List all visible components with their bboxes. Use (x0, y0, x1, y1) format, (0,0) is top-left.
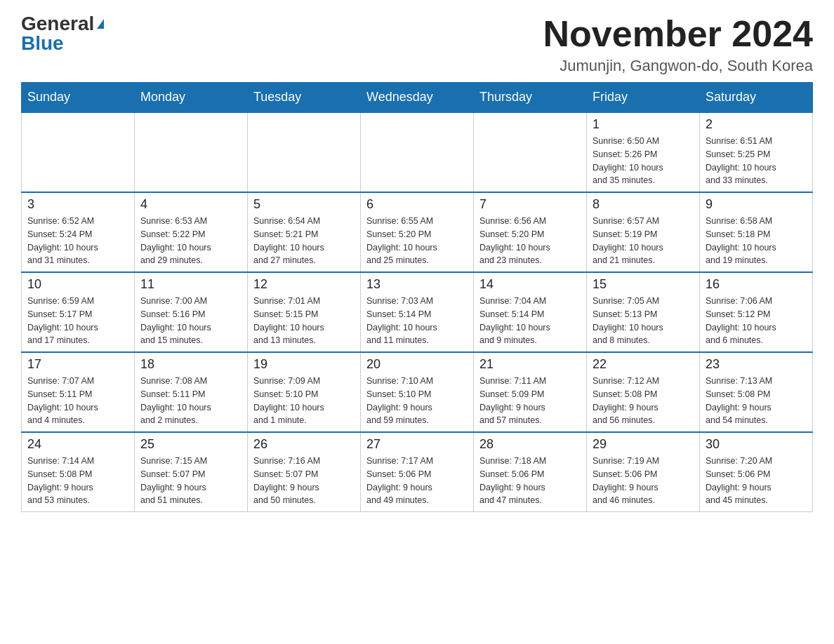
calendar-cell-week4-day5: 21Sunrise: 7:11 AM Sunset: 5:09 PM Dayli… (474, 352, 587, 432)
day-info: Sunrise: 7:07 AM Sunset: 5:11 PM Dayligh… (27, 375, 128, 427)
day-number: 13 (366, 277, 468, 292)
calendar-cell-week2-day5: 7Sunrise: 6:56 AM Sunset: 5:20 PM Daylig… (474, 192, 587, 272)
logo-triangle-icon (97, 19, 104, 29)
weekday-header-row: SundayMondayTuesdayWednesdayThursdayFrid… (22, 83, 813, 113)
day-number: 5 (253, 197, 355, 212)
week-row-3: 10Sunrise: 6:59 AM Sunset: 5:17 PM Dayli… (22, 272, 813, 352)
day-info: Sunrise: 7:01 AM Sunset: 5:15 PM Dayligh… (253, 295, 355, 347)
weekday-header-thursday: Thursday (474, 83, 587, 113)
calendar-table: SundayMondayTuesdayWednesdayThursdayFrid… (21, 82, 813, 512)
day-number: 24 (27, 437, 128, 452)
week-row-2: 3Sunrise: 6:52 AM Sunset: 5:24 PM Daylig… (22, 192, 813, 272)
calendar-cell-week1-day7: 2Sunrise: 6:51 AM Sunset: 5:25 PM Daylig… (700, 112, 813, 192)
calendar-cell-week2-day7: 9Sunrise: 6:58 AM Sunset: 5:18 PM Daylig… (700, 192, 813, 272)
weekday-header-saturday: Saturday (700, 83, 813, 113)
logo: General Blue (21, 14, 104, 53)
month-title: November 2024 (543, 14, 813, 54)
day-info: Sunrise: 7:18 AM Sunset: 5:06 PM Dayligh… (479, 455, 581, 507)
day-number: 28 (479, 437, 581, 452)
calendar-cell-week1-day6: 1Sunrise: 6:50 AM Sunset: 5:26 PM Daylig… (587, 112, 700, 192)
day-info: Sunrise: 7:12 AM Sunset: 5:08 PM Dayligh… (593, 375, 694, 427)
calendar-cell-week3-day3: 12Sunrise: 7:01 AM Sunset: 5:15 PM Dayli… (248, 272, 361, 352)
calendar-cell-week3-day1: 10Sunrise: 6:59 AM Sunset: 5:17 PM Dayli… (22, 272, 135, 352)
calendar-cell-week4-day4: 20Sunrise: 7:10 AM Sunset: 5:10 PM Dayli… (361, 352, 474, 432)
day-number: 30 (706, 437, 807, 452)
page-header: General Blue November 2024 Jumunjin, Gan… (21, 14, 813, 75)
calendar-cell-week1-day4 (361, 112, 474, 192)
calendar-cell-week5-day4: 27Sunrise: 7:17 AM Sunset: 5:06 PM Dayli… (361, 432, 474, 512)
day-number: 17 (27, 357, 128, 372)
day-number: 7 (479, 197, 581, 212)
calendar-cell-week3-day7: 16Sunrise: 7:06 AM Sunset: 5:12 PM Dayli… (700, 272, 813, 352)
day-number: 21 (479, 357, 581, 372)
day-number: 23 (706, 357, 807, 372)
day-info: Sunrise: 7:13 AM Sunset: 5:08 PM Dayligh… (706, 375, 807, 427)
day-info: Sunrise: 6:55 AM Sunset: 5:20 PM Dayligh… (366, 215, 468, 267)
day-number: 1 (593, 117, 694, 132)
day-number: 29 (593, 437, 694, 452)
logo-blue-text: Blue (21, 34, 64, 53)
day-info: Sunrise: 6:53 AM Sunset: 5:22 PM Dayligh… (140, 215, 241, 267)
logo-general-text: General (21, 14, 94, 34)
day-info: Sunrise: 6:57 AM Sunset: 5:19 PM Dayligh… (593, 215, 694, 267)
week-row-4: 17Sunrise: 7:07 AM Sunset: 5:11 PM Dayli… (22, 352, 813, 432)
calendar-cell-week1-day2 (135, 112, 248, 192)
calendar-cell-week1-day5 (474, 112, 587, 192)
day-info: Sunrise: 6:50 AM Sunset: 5:26 PM Dayligh… (593, 135, 694, 187)
calendar-cell-week5-day5: 28Sunrise: 7:18 AM Sunset: 5:06 PM Dayli… (474, 432, 587, 512)
day-info: Sunrise: 6:52 AM Sunset: 5:24 PM Dayligh… (27, 215, 128, 267)
day-info: Sunrise: 7:10 AM Sunset: 5:10 PM Dayligh… (366, 375, 468, 427)
calendar-cell-week5-day7: 30Sunrise: 7:20 AM Sunset: 5:06 PM Dayli… (700, 432, 813, 512)
day-number: 26 (253, 437, 355, 452)
weekday-header-tuesday: Tuesday (248, 83, 361, 113)
calendar-cell-week3-day2: 11Sunrise: 7:00 AM Sunset: 5:16 PM Dayli… (135, 272, 248, 352)
weekday-header-monday: Monday (135, 83, 248, 113)
calendar-cell-week4-day6: 22Sunrise: 7:12 AM Sunset: 5:08 PM Dayli… (587, 352, 700, 432)
calendar-cell-week5-day2: 25Sunrise: 7:15 AM Sunset: 5:07 PM Dayli… (135, 432, 248, 512)
calendar-cell-week5-day1: 24Sunrise: 7:14 AM Sunset: 5:08 PM Dayli… (22, 432, 135, 512)
day-info: Sunrise: 7:03 AM Sunset: 5:14 PM Dayligh… (366, 295, 468, 347)
day-number: 9 (706, 197, 807, 212)
calendar-cell-week5-day3: 26Sunrise: 7:16 AM Sunset: 5:07 PM Dayli… (248, 432, 361, 512)
day-info: Sunrise: 7:17 AM Sunset: 5:06 PM Dayligh… (366, 455, 468, 507)
day-info: Sunrise: 6:56 AM Sunset: 5:20 PM Dayligh… (479, 215, 581, 267)
day-info: Sunrise: 7:15 AM Sunset: 5:07 PM Dayligh… (140, 455, 241, 507)
day-info: Sunrise: 6:58 AM Sunset: 5:18 PM Dayligh… (706, 215, 807, 267)
day-number: 22 (593, 357, 694, 372)
day-info: Sunrise: 7:16 AM Sunset: 5:07 PM Dayligh… (253, 455, 355, 507)
calendar-cell-week3-day6: 15Sunrise: 7:05 AM Sunset: 5:13 PM Dayli… (587, 272, 700, 352)
day-info: Sunrise: 6:54 AM Sunset: 5:21 PM Dayligh… (253, 215, 355, 267)
calendar-cell-week2-day2: 4Sunrise: 6:53 AM Sunset: 5:22 PM Daylig… (135, 192, 248, 272)
weekday-header-wednesday: Wednesday (361, 83, 474, 113)
week-row-1: 1Sunrise: 6:50 AM Sunset: 5:26 PM Daylig… (22, 112, 813, 192)
day-info: Sunrise: 7:08 AM Sunset: 5:11 PM Dayligh… (140, 375, 241, 427)
day-info: Sunrise: 7:11 AM Sunset: 5:09 PM Dayligh… (479, 375, 581, 427)
calendar-cell-week2-day4: 6Sunrise: 6:55 AM Sunset: 5:20 PM Daylig… (361, 192, 474, 272)
day-info: Sunrise: 7:06 AM Sunset: 5:12 PM Dayligh… (706, 295, 807, 347)
week-row-5: 24Sunrise: 7:14 AM Sunset: 5:08 PM Dayli… (22, 432, 813, 512)
day-number: 11 (140, 277, 241, 292)
calendar-cell-week2-day6: 8Sunrise: 6:57 AM Sunset: 5:19 PM Daylig… (587, 192, 700, 272)
calendar-cell-week4-day3: 19Sunrise: 7:09 AM Sunset: 5:10 PM Dayli… (248, 352, 361, 432)
day-info: Sunrise: 7:14 AM Sunset: 5:08 PM Dayligh… (27, 455, 128, 507)
calendar-cell-week2-day3: 5Sunrise: 6:54 AM Sunset: 5:21 PM Daylig… (248, 192, 361, 272)
day-info: Sunrise: 7:05 AM Sunset: 5:13 PM Dayligh… (593, 295, 694, 347)
title-area: November 2024 Jumunjin, Gangwon-do, Sout… (543, 14, 813, 75)
weekday-header-sunday: Sunday (22, 83, 135, 113)
weekday-header-friday: Friday (587, 83, 700, 113)
calendar-cell-week4-day7: 23Sunrise: 7:13 AM Sunset: 5:08 PM Dayli… (700, 352, 813, 432)
day-number: 3 (27, 197, 128, 212)
day-number: 6 (366, 197, 468, 212)
day-info: Sunrise: 7:09 AM Sunset: 5:10 PM Dayligh… (253, 375, 355, 427)
day-number: 16 (706, 277, 807, 292)
day-number: 19 (253, 357, 355, 372)
calendar-cell-week5-day6: 29Sunrise: 7:19 AM Sunset: 5:06 PM Dayli… (587, 432, 700, 512)
day-number: 2 (706, 117, 807, 132)
calendar-cell-week1-day1 (22, 112, 135, 192)
calendar-cell-week4-day2: 18Sunrise: 7:08 AM Sunset: 5:11 PM Dayli… (135, 352, 248, 432)
calendar-cell-week4-day1: 17Sunrise: 7:07 AM Sunset: 5:11 PM Dayli… (22, 352, 135, 432)
day-info: Sunrise: 7:00 AM Sunset: 5:16 PM Dayligh… (140, 295, 241, 347)
day-number: 25 (140, 437, 241, 452)
day-info: Sunrise: 7:19 AM Sunset: 5:06 PM Dayligh… (593, 455, 694, 507)
day-info: Sunrise: 6:59 AM Sunset: 5:17 PM Dayligh… (27, 295, 128, 347)
